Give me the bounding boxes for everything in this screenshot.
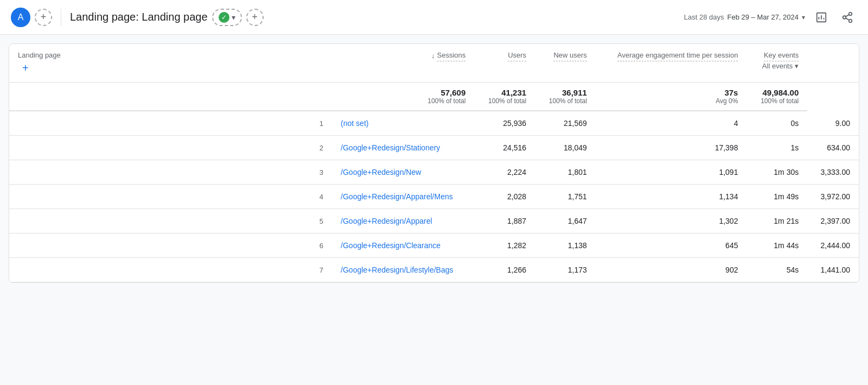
sort-down-icon: ↓ (431, 51, 435, 61)
table-row: 2 /Google+Redesign/Stationery 24,516 18,… (9, 136, 859, 160)
topbar: A + Landing page: Landing page ✓ ▾ + Las… (0, 0, 868, 35)
row-new-users: 902 (596, 258, 747, 282)
chart-button[interactable] (812, 8, 831, 27)
row-avg-engagement: 0s (746, 111, 807, 136)
svg-point-6 (849, 19, 852, 22)
row-new-users: 1,302 (596, 209, 747, 233)
row-sessions: 1,282 (474, 233, 535, 258)
row-users: 1,751 (535, 185, 596, 209)
row-index: 5 (9, 209, 332, 233)
row-new-users: 1,091 (596, 160, 747, 185)
col-header-key-events[interactable]: Key events All events ▾ (746, 44, 807, 83)
table-row: 4 /Google+Redesign/Apparel/Mens 2,028 1,… (9, 185, 859, 209)
table-row: 7 /Google+Redesign/Lifestyle/Bags 1,266 … (9, 258, 859, 282)
row-key-events: 2,397.00 (807, 209, 859, 233)
avatar: A (11, 8, 30, 27)
row-sessions: 25,936 (474, 111, 535, 136)
share-button[interactable] (838, 8, 857, 27)
row-sessions: 24,516 (474, 136, 535, 160)
row-key-events: 9.00 (807, 111, 859, 136)
row-landing[interactable]: /Google+Redesign/Lifestyle/Bags (332, 258, 474, 282)
row-users: 1,173 (535, 258, 596, 282)
totals-sessions: 57,609 100% of total (332, 83, 474, 111)
all-events-dropdown-arrow-icon: ▾ (795, 61, 799, 71)
divider (61, 9, 61, 26)
table-row: 5 /Google+Redesign/Apparel 1,887 1,647 1… (9, 209, 859, 233)
add-column-button[interactable]: + (22, 62, 29, 74)
row-landing[interactable]: /Google+Redesign/Apparel/Mens (332, 185, 474, 209)
all-events-dropdown[interactable]: All events ▾ (762, 61, 799, 71)
row-users: 21,569 (535, 111, 596, 136)
col-header-landing: Landing page + (9, 44, 332, 83)
row-landing[interactable]: /Google+Redesign/Stationery (332, 136, 474, 160)
row-users: 1,647 (535, 209, 596, 233)
check-icon: ✓ (219, 12, 229, 23)
row-users: 18,049 (535, 136, 596, 160)
row-index: 7 (9, 258, 332, 282)
row-index: 4 (9, 185, 332, 209)
row-new-users: 1,134 (596, 185, 747, 209)
table-header-row: Landing page + ↓ Sessions Users (9, 44, 859, 83)
totals-key-events: 49,984.00 100% of total (746, 83, 807, 111)
col-header-sessions[interactable]: ↓ Sessions (332, 44, 474, 83)
col-header-new-users[interactable]: New users (535, 44, 596, 83)
totals-landing (9, 83, 332, 111)
row-users: 1,138 (535, 233, 596, 258)
row-index: 3 (9, 160, 332, 185)
row-new-users: 4 (596, 111, 747, 136)
row-sessions: 1,887 (474, 209, 535, 233)
totals-avg-engagement: 37s Avg 0% (596, 83, 747, 111)
date-dropdown-arrow-icon[interactable]: ▾ (802, 14, 805, 21)
table-row: 3 /Google+Redesign/New 2,224 1,801 1,091… (9, 160, 859, 185)
row-index: 1 (9, 111, 332, 136)
row-key-events: 3,972.00 (807, 185, 859, 209)
chart-icon (815, 11, 827, 23)
row-landing[interactable]: /Google+Redesign/Clearance (332, 233, 474, 258)
share-icon (841, 11, 853, 23)
svg-point-4 (849, 12, 852, 15)
main-content: Landing page + ↓ Sessions Users (9, 43, 859, 283)
row-index: 2 (9, 136, 332, 160)
totals-row: 57,609 100% of total 41,231 100% of tota… (9, 83, 859, 111)
row-key-events: 1,441.00 (807, 258, 859, 282)
row-index: 6 (9, 233, 332, 258)
svg-line-8 (846, 14, 849, 16)
row-avg-engagement: 1m 30s (746, 160, 807, 185)
row-key-events: 2,444.00 (807, 233, 859, 258)
add-account-button[interactable]: + (35, 9, 52, 26)
date-value: Feb 29 – Mar 27, 2024 (727, 13, 799, 21)
status-badge[interactable]: ✓ ▾ (212, 9, 242, 26)
topbar-right: Last 28 days Feb 29 – Mar 27, 2024 ▾ (684, 8, 857, 27)
row-new-users: 645 (596, 233, 747, 258)
date-period-label: Last 28 days (684, 13, 724, 21)
row-avg-engagement: 1m 44s (746, 233, 807, 258)
totals-new-users: 36,911 100% of total (535, 83, 596, 111)
dropdown-arrow-icon: ▾ (232, 13, 235, 22)
col-header-avg-engagement[interactable]: Average engagement time per session (596, 44, 747, 83)
totals-users: 41,231 100% of total (474, 83, 535, 111)
col-header-users[interactable]: Users (474, 44, 535, 83)
table-row: 6 /Google+Redesign/Clearance 1,282 1,138… (9, 233, 859, 258)
date-range: Last 28 days Feb 29 – Mar 27, 2024 ▾ (684, 13, 805, 21)
page-title: Landing page: Landing page (70, 11, 208, 23)
row-key-events: 3,333.00 (807, 160, 859, 185)
row-sessions: 2,224 (474, 160, 535, 185)
row-avg-engagement: 1m 21s (746, 209, 807, 233)
row-key-events: 634.00 (807, 136, 859, 160)
row-avg-engagement: 1s (746, 136, 807, 160)
table-row: 1 (not set) 25,936 21,569 4 0s 9.00 (9, 111, 859, 136)
row-users: 1,801 (535, 160, 596, 185)
row-sessions: 2,028 (474, 185, 535, 209)
row-new-users: 17,398 (596, 136, 747, 160)
row-avg-engagement: 1m 49s (746, 185, 807, 209)
row-landing[interactable]: /Google+Redesign/Apparel (332, 209, 474, 233)
row-sessions: 1,266 (474, 258, 535, 282)
row-landing[interactable]: /Google+Redesign/New (332, 160, 474, 185)
row-landing[interactable]: (not set) (332, 111, 474, 136)
svg-point-5 (843, 16, 846, 19)
add-tab-button[interactable]: + (246, 9, 264, 26)
row-avg-engagement: 54s (746, 258, 807, 282)
topbar-left: A + Landing page: Landing page ✓ ▾ + (11, 8, 264, 27)
data-table: Landing page + ↓ Sessions Users (9, 44, 859, 282)
svg-line-7 (846, 18, 849, 20)
